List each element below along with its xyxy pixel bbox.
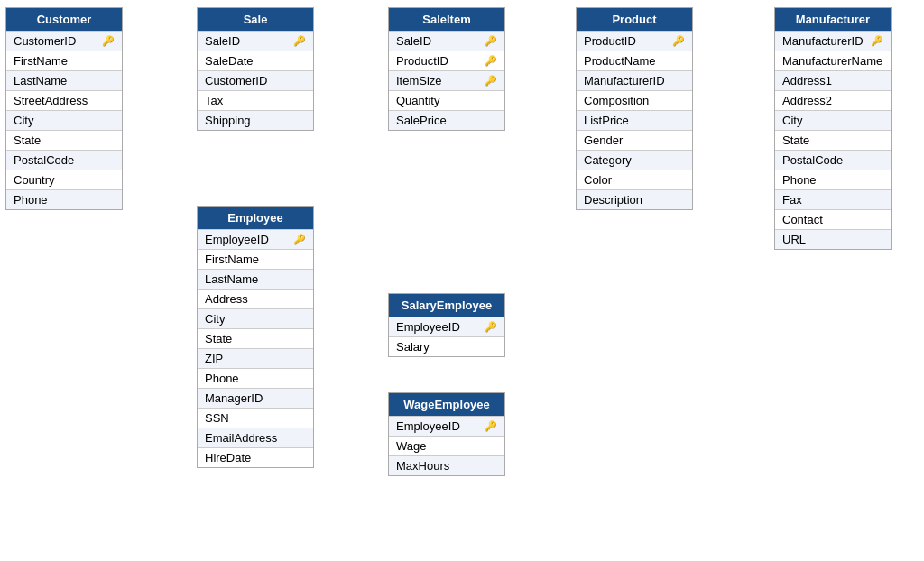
table-row: Country [6,170,122,189]
field-name: PostalCode [782,153,843,167]
table-row: State [775,130,891,150]
field-name: Address2 [782,94,832,107]
table-row: HireDate [198,447,313,467]
table-row: EmployeeID🔑 [389,317,504,336]
table-row: FirstName [198,249,313,269]
field-name: LastName [14,74,67,87]
field-name: PostalCode [14,153,74,167]
field-name: Wage [396,439,426,453]
field-name: Address1 [782,74,832,87]
table-saleitem: SaleItemSaleID🔑ProductID🔑ItemSize🔑Quanti… [388,7,505,131]
table-row: ZIP [198,348,313,368]
table-row: Category [577,150,692,170]
table-manufacturer: ManufacturerManufacturerID🔑ManufacturerN… [774,7,892,250]
table-row: LastName [6,70,122,90]
key-icon: 🔑 [293,35,306,47]
field-name: Color [584,173,612,187]
field-name: Gender [584,133,623,147]
table-product: ProductProductID🔑ProductNameManufacturer… [576,7,693,210]
field-name: FirstName [14,54,68,68]
table-row: State [198,328,313,348]
key-icon: 🔑 [485,75,497,87]
field-name: EmployeeID [396,419,460,433]
table-row: MaxHours [389,455,504,475]
field-name: City [14,114,33,127]
table-row: Address2 [775,90,891,110]
table-row: Phone [775,170,891,189]
field-name: Shipping [205,114,251,127]
field-name: ManufacturerID [584,74,665,87]
table-wageemployee-header: WageEmployee [389,393,504,416]
key-icon: 🔑 [485,35,497,47]
field-name: City [205,312,225,326]
field-name: Phone [205,372,239,385]
table-row: Phone [6,189,122,209]
table-row: ProductName [577,51,692,70]
table-row: FirstName [6,51,122,70]
svg-line-2 [505,41,576,60]
table-row: ManagerID [198,388,313,408]
key-icon: 🔑 [293,234,306,245]
table-wageemployee: WageEmployeeEmployeeID🔑WageMaxHours [388,392,505,476]
table-row: StreetAddress [6,90,122,110]
field-name: SaleID [396,34,431,48]
svg-line-3 [693,41,774,80]
field-name: Address [205,292,248,306]
table-row: ProductID🔑 [577,31,692,51]
table-row: SaleID🔑 [198,31,313,51]
field-name: Contact [782,213,823,226]
key-icon: 🔑 [871,35,883,47]
table-employee-header: Employee [198,207,313,229]
field-name: ProductName [584,54,655,68]
table-row: LastName [198,269,313,289]
field-name: State [14,133,41,147]
field-name: State [782,133,809,147]
table-row: Salary [389,336,504,356]
table-row: Shipping [198,110,313,130]
table-row: Tax [198,90,313,110]
table-row: EmployeeID🔑 [198,229,313,249]
field-name: SalePrice [396,114,447,127]
field-name: EmailAddress [205,431,277,445]
table-row: SaleDate [198,51,313,70]
table-sale-header: Sale [198,8,313,31]
field-name: Quantity [396,94,439,107]
table-row: ManufacturerName [775,51,891,70]
field-name: ProductID [396,54,448,68]
field-name: Salary [396,340,430,354]
table-row: CustomerID🔑 [6,31,122,51]
table-customer-header: Customer [6,8,122,31]
table-row: City [6,110,122,130]
table-row: URL [775,229,891,249]
field-name: ListPrice [584,114,629,127]
table-row: EmployeeID🔑 [389,416,504,436]
field-name: CustomerID [205,74,267,87]
table-row: CustomerID [198,70,313,90]
field-name: SSN [205,411,229,425]
field-name: HireDate [205,451,251,464]
field-name: EmployeeID [396,320,460,334]
table-row: Fax [775,189,891,209]
field-name: URL [782,233,806,246]
table-salaryemployee: SalaryEmployeeEmployeeID🔑Salary [388,293,505,357]
table-row: PostalCode [6,150,122,170]
field-name: ItemSize [396,74,442,87]
field-name: StreetAddress [14,94,88,107]
field-name: Tax [205,94,223,107]
table-row: Wage [389,436,504,455]
key-icon: 🔑 [485,420,497,432]
table-row: PostalCode [775,150,891,170]
field-name: FirstName [205,253,259,266]
field-name: SaleID [205,34,240,48]
field-name: Category [584,153,632,167]
field-name: City [782,114,802,127]
field-name: State [205,332,232,345]
field-name: Composition [584,94,649,107]
table-row: Contact [775,209,891,229]
table-product-header: Product [577,8,692,31]
field-name: LastName [205,272,258,286]
table-row: ListPrice [577,110,692,130]
table-row: Gender [577,130,692,150]
field-name: Phone [14,193,48,207]
key-icon: 🔑 [102,35,115,47]
